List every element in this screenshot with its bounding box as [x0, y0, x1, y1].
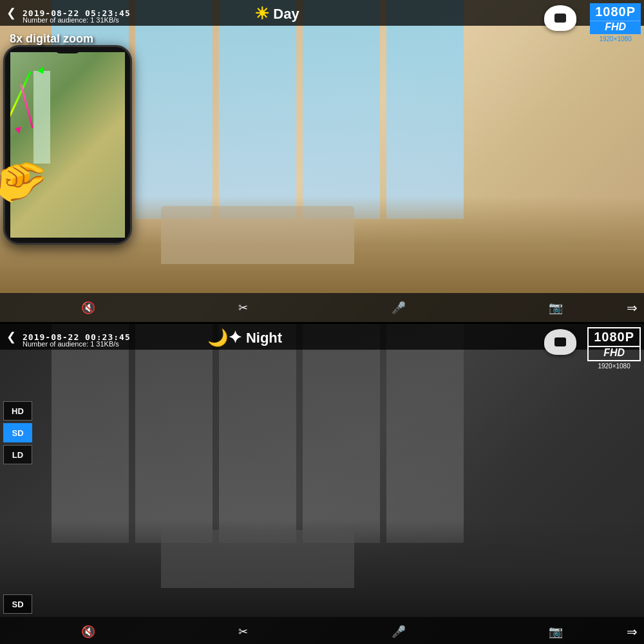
day-res-detail: 1920×1080: [590, 35, 641, 43]
day-resolution-label: 1080P: [590, 3, 641, 21]
night-camera-dome: [541, 329, 580, 365]
night-sofa: [161, 530, 354, 588]
night-mode-label: Night: [246, 330, 282, 346]
mute-icon[interactable]: 🔇: [81, 301, 95, 315]
zoom-label: 8x digital zoom: [10, 32, 93, 46]
phone-screen: [10, 52, 125, 238]
day-fhd-label: FHD: [590, 21, 641, 34]
night-mode-indicator: 🌙✦ Night: [207, 328, 282, 348]
night-scissors-icon[interactable]: ✂: [238, 625, 248, 639]
sd-button[interactable]: SD: [3, 423, 32, 442]
night-window-5: [386, 324, 464, 543]
night-back-button[interactable]: ❮: [6, 330, 16, 344]
night-window-1: [52, 324, 129, 543]
night-window-4: [303, 324, 380, 543]
phone-notch: [55, 48, 80, 53]
day-camera-dome: [541, 5, 580, 41]
night-camera-lens: [554, 337, 566, 346]
day-fhd-badge: 1080P FHD 1920×1080: [590, 3, 641, 43]
day-mode-indicator: ☀ Day: [254, 4, 299, 24]
quality-buttons: HD SD LD: [3, 401, 32, 464]
night-res-detail: 1920×1080: [587, 363, 641, 370]
sd-bottom-button[interactable]: SD: [3, 594, 32, 614]
night-fhd-badge: 1080P FHD 1920×1080: [587, 327, 641, 370]
night-share-icon[interactable]: ⇒: [627, 624, 638, 639]
day-camera-body: [544, 5, 576, 31]
hd-button[interactable]: HD: [3, 401, 32, 421]
night-camera-record-icon[interactable]: 📷: [549, 625, 563, 639]
phone-frame: [3, 45, 132, 245]
mic-icon[interactable]: 🎤: [392, 301, 406, 315]
night-panel: ❮ 2019-08-22 00:23:45 Number of audience…: [0, 324, 644, 644]
day-panel: ❮ 2019-08-22 05:23:45 Number of audience…: [0, 0, 644, 322]
phone-window: [33, 71, 51, 164]
scissors-icon[interactable]: ✂: [238, 301, 248, 315]
night-mute-icon[interactable]: 🔇: [81, 625, 95, 639]
day-audience: Number of audience: 1 31KB/s: [23, 16, 119, 24]
ld-button[interactable]: LD: [3, 445, 32, 464]
night-mic-icon[interactable]: 🎤: [392, 625, 406, 639]
sun-icon: ☀: [254, 4, 269, 24]
night-window-3: [219, 324, 296, 543]
night-bottom-bar: 🔇 ✂ 🎤 📷 ⇒: [0, 617, 644, 644]
night-camera-body: [544, 329, 576, 355]
day-camera-lens: [554, 14, 566, 23]
day-mode-label: Day: [273, 6, 299, 23]
moon-icon: 🌙✦: [207, 328, 242, 348]
share-icon[interactable]: ⇒: [627, 300, 638, 316]
night-resolution-label: 1080P: [587, 327, 641, 347]
hand-gesture: 🤏: [0, 155, 50, 207]
night-audience: Number of audience: 1 31KB/s: [23, 340, 119, 348]
night-room-scene: [0, 324, 644, 644]
day-bottom-bar: 🔇 ✂ 🎤 📷 ⇒: [0, 293, 644, 322]
night-window-2: [135, 324, 213, 543]
day-back-button[interactable]: ❮: [6, 6, 16, 20]
camera-record-icon[interactable]: 📷: [549, 301, 563, 315]
night-fhd-label: FHD: [587, 347, 641, 361]
